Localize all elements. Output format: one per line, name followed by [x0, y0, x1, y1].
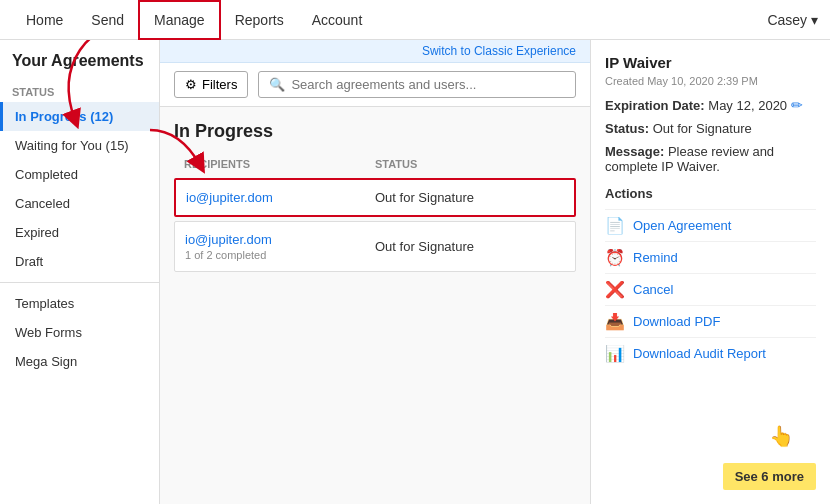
edit-date-icon[interactable]: ✏ — [791, 97, 803, 113]
sidebar: Your Agreements STATUS In Progress (12) … — [0, 40, 160, 504]
search-input[interactable] — [291, 77, 565, 92]
status-row: Status: Out for Signature — [605, 121, 816, 136]
action-open-agreement[interactable]: 📄 Open Agreement — [605, 209, 816, 241]
cancel-icon: ❌ — [605, 280, 625, 299]
open-agreement-label: Open Agreement — [633, 218, 731, 233]
see-more-button[interactable]: See 6 more — [723, 463, 816, 490]
open-agreement-icon: 📄 — [605, 216, 625, 235]
expiration-value: May 12, 2020 — [708, 98, 787, 113]
nav-manage[interactable]: Manage — [138, 0, 221, 40]
recipient-email: io@jupiter.dom — [186, 190, 375, 205]
sidebar-item-completed[interactable]: Completed — [0, 160, 159, 189]
panel-content: In Progress Recipients Status io@jupiter… — [160, 107, 590, 504]
nav-reports[interactable]: Reports — [221, 0, 298, 40]
toolbar: ⚙ Filters 🔍 — [160, 63, 590, 107]
expiration-row: Expiration Date: May 12, 2020 ✏ — [605, 97, 816, 113]
sidebar-item-templates[interactable]: Templates — [0, 289, 159, 318]
status-label: Status: — [605, 121, 649, 136]
row-status: Out for Signature — [375, 239, 565, 254]
table-row[interactable]: io@jupiter.dom 1 of 2 completed Out for … — [174, 221, 576, 272]
action-download-audit[interactable]: 📊 Download Audit Report — [605, 337, 816, 369]
middle-panel: Switch to Classic Experience ⚙ Filters 🔍… — [160, 40, 590, 504]
sidebar-separator — [0, 282, 159, 283]
sidebar-item-mega-sign[interactable]: Mega Sign — [0, 347, 159, 376]
sidebar-item-in-progress[interactable]: In Progress (12) — [0, 102, 159, 131]
table-row[interactable]: io@jupiter.dom Out for Signature — [174, 178, 576, 217]
download-pdf-icon: 📥 — [605, 312, 625, 331]
sidebar-item-draft[interactable]: Draft — [0, 247, 159, 276]
sidebar-title: Your Agreements — [0, 52, 159, 80]
section-title: In Progress — [174, 121, 576, 142]
sidebar-item-waiting[interactable]: Waiting for You (15) — [0, 131, 159, 160]
expiration-label: Expiration Date: — [605, 98, 705, 113]
download-audit-icon: 📊 — [605, 344, 625, 363]
top-nav: Home Send Manage Reports Account Casey ▾ — [0, 0, 830, 40]
filter-button[interactable]: ⚙ Filters — [174, 71, 248, 98]
message-row: Message: Please review and complete IP W… — [605, 144, 816, 174]
message-label: Message: — [605, 144, 664, 159]
filter-icon: ⚙ — [185, 77, 197, 92]
detail-created: Created May 10, 2020 2:39 PM — [605, 75, 816, 87]
detail-title: IP Waiver — [605, 54, 816, 71]
remind-icon: ⏰ — [605, 248, 625, 267]
status-value: Out for Signature — [653, 121, 752, 136]
action-cancel[interactable]: ❌ Cancel — [605, 273, 816, 305]
sidebar-item-web-forms[interactable]: Web Forms — [0, 318, 159, 347]
search-box: 🔍 — [258, 71, 576, 98]
user-menu[interactable]: Casey ▾ — [767, 12, 818, 28]
right-panel: IP Waiver Created May 10, 2020 2:39 PM E… — [590, 40, 830, 504]
sidebar-item-expired[interactable]: Expired — [0, 218, 159, 247]
col-recipients: Recipients — [184, 158, 375, 170]
sidebar-item-canceled[interactable]: Canceled — [0, 189, 159, 218]
download-pdf-label: Download PDF — [633, 314, 720, 329]
status-section-label: STATUS — [0, 80, 159, 102]
nav-send[interactable]: Send — [77, 0, 138, 40]
actions-title: Actions — [605, 186, 816, 201]
recipient-email: io@jupiter.dom — [185, 232, 375, 247]
nav-account[interactable]: Account — [298, 0, 377, 40]
remind-label: Remind — [633, 250, 678, 265]
table-header: Recipients Status — [174, 154, 576, 174]
row-status: Out for Signature — [375, 190, 564, 205]
col-status: Status — [375, 158, 566, 170]
main-layout: Your Agreements STATUS In Progress (12) … — [0, 40, 830, 504]
search-icon: 🔍 — [269, 77, 285, 92]
download-audit-label: Download Audit Report — [633, 346, 766, 361]
recipient-sub: 1 of 2 completed — [185, 249, 375, 261]
cancel-label: Cancel — [633, 282, 673, 297]
action-download-pdf[interactable]: 📥 Download PDF — [605, 305, 816, 337]
nav-home[interactable]: Home — [12, 0, 77, 40]
filter-label: Filters — [202, 77, 237, 92]
action-remind[interactable]: ⏰ Remind — [605, 241, 816, 273]
switch-to-classic[interactable]: Switch to Classic Experience — [160, 40, 590, 63]
